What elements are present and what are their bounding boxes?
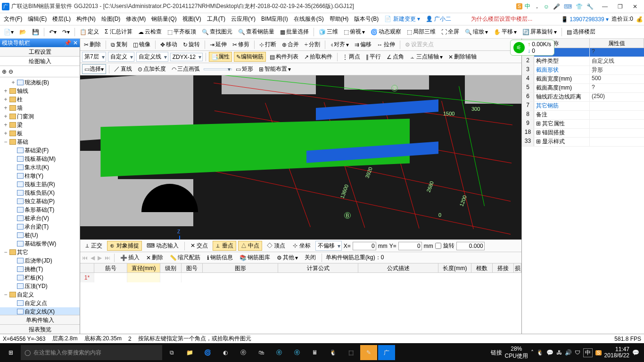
undo-icon[interactable]: ↶▾: [47, 28, 58, 36]
mirror-button[interactable]: ◫ 镜像: [131, 40, 152, 49]
pan-button[interactable]: ✋ 平移 ▾: [492, 27, 519, 37]
arc3-tool[interactable]: ◠ 三点画弧: [170, 64, 202, 74]
col-num[interactable]: 筋号: [94, 263, 127, 272]
find-elem-button[interactable]: 🔍 查找图元: [200, 27, 234, 37]
keyboard-icon[interactable]: ⌨: [562, 3, 573, 10]
col-fig[interactable]: 图号: [182, 263, 203, 272]
tray-cpu[interactable]: 28%CPU使用: [505, 346, 528, 360]
trim-button[interactable]: ✂ 修剪: [231, 40, 251, 49]
ortho-toggle[interactable]: ⊥ 正交: [82, 241, 105, 251]
coin-label[interactable]: 造价豆:0: [611, 15, 633, 23]
tree-item[interactable]: 筏板主筋(R): [0, 180, 80, 189]
menu-online[interactable]: 在线服务(S): [291, 14, 327, 24]
tree-item[interactable]: −其它: [0, 248, 80, 256]
emoji-icon[interactable]: ☺: [542, 3, 551, 10]
screen-rot-button[interactable]: 🔄 屏幕旋转 ▾: [520, 27, 559, 37]
zoom-button[interactable]: 🔍 缩放 ▾: [463, 27, 490, 37]
maximize-button[interactable]: ❐: [613, 2, 627, 11]
tray-clock[interactable]: 11:472018/6/22: [604, 346, 629, 359]
tree-item[interactable]: 栏板(K): [0, 273, 80, 282]
define-button[interactable]: 📋 定义: [78, 27, 101, 37]
ime-indicator[interactable]: S 中 ， ☺ 🎤 ⌨ 👕 🔧: [516, 2, 595, 11]
close-rebar-button[interactable]: 关闭: [303, 253, 318, 263]
tree-item[interactable]: 自定义点: [0, 299, 80, 307]
tray-safe-icon[interactable]: 🛡: [575, 349, 580, 356]
delete-row-button[interactable]: ✕ 删除: [144, 253, 165, 263]
expand-icon[interactable]: ⊕: [2, 68, 7, 75]
copy-button[interactable]: ⧉ 复制: [109, 40, 129, 49]
rebar-grid[interactable]: 筋号 直径(mm) 级别 图号 图形 计算公式 公式描述 长度(mm) 根数 搭…: [80, 263, 521, 334]
tree-item[interactable]: 条形基础(T): [0, 206, 80, 214]
tray-vol-icon[interactable]: 🔊: [565, 349, 572, 356]
vert-toggle[interactable]: ◇ 顶点: [264, 241, 288, 251]
menu-version[interactable]: 版本号(B): [351, 14, 381, 24]
smart-layout-tool[interactable]: ⊞ 智能布置 ▾: [257, 64, 293, 74]
tab-draw-input[interactable]: 绘图输入: [0, 57, 80, 66]
task-app2-icon[interactable]: ◐: [217, 345, 234, 360]
add-length-tool[interactable]: ⊙ 点加长度: [136, 64, 168, 74]
tray-link[interactable]: 链接: [491, 349, 502, 357]
row-header-1[interactable]: 1*: [80, 273, 94, 282]
insert-row-button[interactable]: ➕ 插入: [118, 253, 141, 263]
menu-modify[interactable]: 修改(M): [123, 14, 149, 24]
prop-row[interactable]: 5截面高度(mm)?: [522, 84, 644, 93]
rebar-lib-button[interactable]: 📚 钢筋图库: [238, 253, 272, 263]
split-button[interactable]: ÷ 分割: [303, 40, 322, 49]
prop-row[interactable]: 2构件类型自定义线: [522, 57, 644, 66]
tree-item[interactable]: 柱墩(Y): [0, 172, 80, 180]
panel-close-icon[interactable]: ✕: [73, 40, 78, 46]
task-ie-icon[interactable]: ⓔ: [271, 345, 288, 360]
prop-row[interactable]: 9⊞ 其它属性: [522, 120, 644, 129]
menu-bim[interactable]: BIM应用(I): [258, 14, 291, 24]
type-dropdown[interactable]: 自定义线: [136, 52, 168, 62]
menu-rebar[interactable]: 钢筋量(Q): [149, 14, 179, 24]
ime-s-icon[interactable]: S: [516, 3, 522, 9]
skin-icon[interactable]: 👕: [574, 3, 584, 10]
viewport-3d[interactable]: 2 1500 300 3920 13600 2680 1200 B 0 Z: [80, 75, 521, 239]
floor-dropdown[interactable]: 第7层: [82, 52, 106, 62]
tree-item[interactable]: 基础板带(W): [0, 239, 80, 248]
tree-item[interactable]: +板: [0, 129, 80, 138]
col-desc[interactable]: 公式描述: [358, 263, 438, 272]
menu-component[interactable]: 构件(N): [74, 14, 99, 24]
delete-button[interactable]: ✂ 删除: [82, 40, 103, 49]
warning-text[interactable]: 为什么楼层设置中楼层...: [468, 14, 535, 24]
edit-rebar-toggle[interactable]: ✎ 编辑钢筋: [234, 52, 266, 62]
tree-item[interactable]: 自定义线(X): [0, 307, 80, 315]
tree-item[interactable]: 压顶(YD): [0, 282, 80, 290]
phone-label[interactable]: 📱 13907298339 ▾: [561, 16, 609, 23]
coin-icon[interactable]: 💰: [636, 16, 643, 23]
tray-sogou-icon[interactable]: S: [595, 350, 602, 355]
prev-icon[interactable]: ◀: [91, 255, 95, 261]
last-icon[interactable]: ⏭: [105, 255, 110, 261]
view-rebar-button[interactable]: 🔍 查看钢筋量: [236, 27, 276, 37]
new-change-link[interactable]: 📄 新建变更 ▾: [381, 14, 423, 24]
single-input-button[interactable]: 单构件输入: [0, 315, 80, 324]
osnap-toggle[interactable]: ⊕ 对象捕捉: [107, 241, 141, 251]
user-link[interactable]: 👤 广小二: [423, 14, 454, 24]
rebar-info-button[interactable]: ℹ 钢筋信息: [205, 253, 235, 263]
tree-item[interactable]: 后浇带(JD): [0, 256, 80, 265]
select-tool[interactable]: ▭ 选择 ▾: [82, 64, 106, 74]
col-count[interactable]: 根数: [471, 263, 493, 272]
prop-row[interactable]: 8备注: [522, 111, 644, 120]
align-button[interactable]: ⫞ 对齐 ▾: [328, 40, 351, 49]
task-ggj-icon[interactable]: 广: [378, 345, 395, 360]
mid-toggle[interactable]: △ 中点: [238, 241, 262, 251]
next-icon[interactable]: ▶: [98, 255, 102, 261]
task-ie2-icon[interactable]: ⓔ: [289, 345, 305, 360]
aux3-button[interactable]: ⫠ 三点辅轴 ▾: [408, 52, 445, 62]
offset-dropdown[interactable]: 不偏移: [315, 241, 342, 251]
tree-item[interactable]: 筏板基础(M): [0, 155, 80, 163]
tree-item[interactable]: 桩承台(V): [0, 214, 80, 222]
search-box[interactable]: ◯ 在这里输入你要搜索的内容: [21, 345, 162, 360]
menu-view[interactable]: 视图(V): [180, 14, 204, 24]
tree-item[interactable]: −自定义: [0, 290, 80, 299]
stretch-button[interactable]: ↔ 拉伸: [375, 40, 397, 49]
arc-dropdown[interactable]: [204, 68, 232, 70]
prop-row[interactable]: 4截面宽度(mm)500: [522, 75, 644, 84]
prop-row[interactable]: 33⊞ 显示样式: [522, 138, 644, 147]
windows-taskbar[interactable]: ⊞ ◯ 在这里输入你要搜索的内容 ⧉ 📁 🌀 ◐ ⓔ 🛍 ⓔ ⓔ 🖩 🐧 ⬚ ✎…: [0, 343, 644, 362]
col-shape[interactable]: 图形: [203, 263, 278, 272]
del-aux-button[interactable]: ✕ 删除辅轴: [446, 52, 479, 62]
